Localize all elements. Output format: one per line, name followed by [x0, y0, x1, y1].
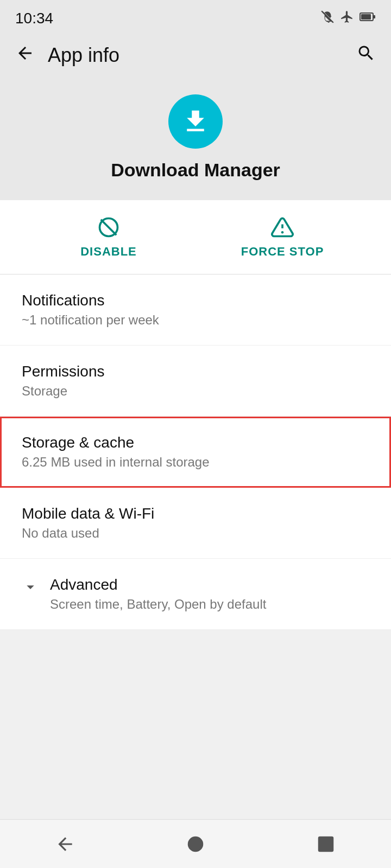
chevron-down-icon	[22, 578, 39, 598]
svg-rect-9	[318, 836, 334, 852]
bottom-nav	[0, 819, 391, 868]
search-button[interactable]	[356, 43, 376, 67]
svg-point-8	[188, 836, 204, 852]
toolbar-left: App info	[15, 43, 119, 67]
permissions-subtitle: Storage	[22, 384, 369, 399]
notifications-title: Notifications	[22, 292, 369, 309]
airplane-icon	[340, 10, 354, 27]
storage-subtitle: 6.25 MB used in internal storage	[22, 455, 369, 470]
back-button[interactable]	[15, 43, 35, 67]
app-header: Download Manager	[0, 78, 391, 200]
force-stop-label: FORCE STOP	[241, 245, 324, 259]
status-bar: 10:34	[0, 0, 391, 33]
settings-item-advanced[interactable]: Advanced Screen time, Battery, Open by d…	[0, 559, 391, 629]
recents-nav-button[interactable]	[304, 828, 348, 860]
disable-button[interactable]: DISABLE	[54, 215, 163, 259]
settings-item-storage[interactable]: Storage & cache 6.25 MB used in internal…	[0, 417, 391, 488]
storage-title: Storage & cache	[22, 434, 369, 451]
page-title: App info	[48, 44, 119, 67]
advanced-title: Advanced	[50, 576, 266, 593]
disable-label: DISABLE	[80, 245, 137, 259]
battery-icon	[360, 10, 376, 27]
mute-icon	[320, 10, 335, 27]
action-row: DISABLE FORCE STOP	[0, 200, 391, 275]
app-name: Download Manager	[111, 159, 280, 181]
mobile-data-title: Mobile data & Wi-Fi	[22, 505, 369, 522]
settings-list: Notifications ~1 notification per week P…	[0, 275, 391, 629]
notifications-subtitle: ~1 notification per week	[22, 312, 369, 328]
back-nav-button[interactable]	[43, 828, 87, 860]
permissions-title: Permissions	[22, 363, 369, 380]
status-time: 10:34	[15, 10, 53, 27]
svg-line-5	[101, 220, 117, 235]
advanced-subtitle: Screen time, Battery, Open by default	[50, 597, 266, 612]
mobile-data-subtitle: No data used	[22, 526, 369, 541]
force-stop-button[interactable]: FORCE STOP	[228, 215, 337, 259]
settings-item-permissions[interactable]: Permissions Storage	[0, 346, 391, 417]
app-icon	[168, 94, 223, 149]
svg-rect-3	[361, 14, 371, 20]
home-nav-button[interactable]	[174, 828, 217, 860]
toolbar: App info	[0, 33, 391, 78]
settings-item-notifications[interactable]: Notifications ~1 notification per week	[0, 275, 391, 346]
svg-rect-2	[373, 15, 375, 18]
settings-item-mobile-data[interactable]: Mobile data & Wi-Fi No data used	[0, 488, 391, 559]
status-icons	[320, 10, 376, 27]
advanced-text: Advanced Screen time, Battery, Open by d…	[50, 576, 266, 612]
